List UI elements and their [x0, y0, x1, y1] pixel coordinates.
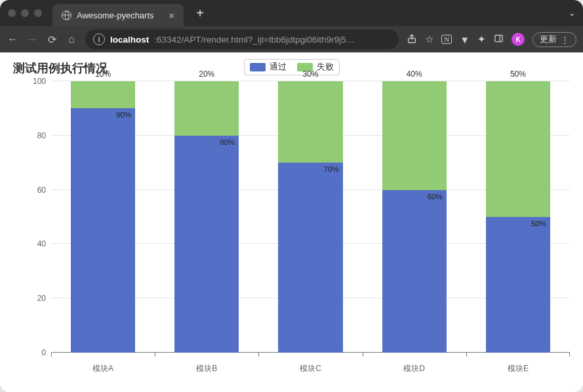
legend-label-fail: 失败 — [317, 62, 334, 73]
new-tab-button[interactable]: + — [191, 6, 209, 21]
chart-legend: 通过 失败 — [244, 59, 340, 75]
bar-seg-fail — [71, 81, 135, 108]
bar-seg-label: 80% — [220, 138, 235, 146]
bar-seg-fail — [382, 81, 447, 190]
share-icon[interactable] — [407, 33, 417, 46]
browser-window: Awesome-pyecharts × + ⌄ ← → ⟳ ⌂ i localh… — [0, 0, 583, 392]
chart-title: 测试用例执行情况 — [13, 60, 108, 76]
reload-button[interactable]: ⟳ — [46, 33, 58, 46]
y-tick-40: 40 — [37, 239, 46, 248]
profile-avatar[interactable]: K — [512, 33, 525, 46]
url-bar[interactable]: i localhost:63342/APT/render.html?_ijt=l… — [85, 29, 399, 49]
traffic-minimize[interactable] — [21, 9, 29, 17]
bar-stack-1: 20% 80% — [174, 81, 239, 353]
bar-seg-label: 60% — [428, 193, 443, 201]
bar-slot: 50% 50% 模块E — [466, 81, 570, 353]
legend-swatch-pass — [250, 63, 266, 71]
bar-slot: 10% 90% 模块A — [51, 81, 155, 353]
bar-top-label: 10% — [95, 69, 111, 79]
bar-seg-pass: 70% — [278, 163, 342, 353]
browser-tab[interactable]: Awesome-pyecharts × — [52, 4, 184, 26]
close-tab-icon[interactable]: × — [169, 10, 174, 21]
bar-top-label: 20% — [199, 69, 214, 79]
bar-top-label: 40% — [407, 69, 422, 79]
traffic-zoom[interactable] — [34, 9, 42, 17]
y-tick-20: 20 — [37, 294, 46, 303]
home-button[interactable]: ⌂ — [66, 33, 77, 45]
bar-slot: 30% 70% 模块C — [258, 81, 362, 353]
bar-stack-3: 40% 60% — [382, 81, 447, 353]
bar-top-label: 30% — [302, 69, 318, 79]
bar-top-label: 50% — [510, 69, 526, 79]
toolbar-right: ☆ N ▼ ✦ K 更新 ⋮ — [407, 32, 576, 47]
y-tick-80: 80 — [37, 131, 46, 140]
legend-label-pass: 通过 — [270, 62, 287, 73]
page-content: 测试用例执行情况 通过 失败 0 20 40 60 — [0, 52, 583, 392]
chart-plot-area: 0 20 40 60 80 100 10% — [51, 81, 570, 353]
y-tick-60: 60 — [37, 186, 46, 195]
bar-seg-fail — [278, 81, 342, 163]
notion-icon[interactable]: N — [441, 35, 452, 44]
bar-stack-0: 10% 90% — [71, 81, 135, 353]
forward-button[interactable]: → — [26, 33, 38, 45]
y-tick-100: 100 — [33, 77, 46, 86]
bar-slot: 20% 80% 模块B — [155, 81, 258, 353]
legend-item-pass[interactable]: 通过 — [250, 62, 287, 73]
titlebar: Awesome-pyecharts × + ⌄ — [0, 0, 583, 26]
extensions-icon[interactable]: ✦ — [477, 33, 486, 45]
back-button[interactable]: ← — [7, 33, 18, 45]
panel-icon[interactable] — [494, 33, 504, 45]
url-path: :63342/APT/render.html?_ijt=lbb6jdtpgi06… — [154, 35, 355, 45]
y-tick-0: 0 — [41, 348, 46, 357]
brave-shield-icon[interactable]: ▼ — [460, 34, 470, 45]
bar-seg-pass: 90% — [71, 108, 135, 353]
bar-seg-label: 90% — [116, 111, 131, 119]
bar-stack-2: 30% 70% — [278, 81, 342, 353]
update-button[interactable]: 更新 ⋮ — [533, 32, 576, 47]
x-tick-label: 模块E — [508, 363, 529, 374]
bar-seg-pass: 80% — [174, 136, 239, 353]
svg-rect-1 — [495, 35, 502, 42]
bar-seg-pass: 50% — [486, 217, 550, 353]
tabs-overflow-icon[interactable]: ⌄ — [569, 9, 575, 18]
bar-seg-fail — [486, 81, 550, 217]
update-label: 更新 — [540, 34, 557, 45]
bar-slot: 40% 60% 模块D — [363, 81, 466, 353]
tab-title: Awesome-pyecharts — [77, 10, 154, 20]
bar-seg-fail — [174, 81, 239, 136]
bar-seg-label: 50% — [531, 220, 546, 227]
url-host: localhost — [110, 35, 149, 45]
bar-seg-label: 70% — [324, 165, 339, 173]
x-tick-label: 模块D — [403, 363, 425, 374]
traffic-close[interactable] — [8, 9, 16, 17]
x-tick-label: 模块C — [300, 363, 321, 374]
traffic-lights — [8, 9, 42, 17]
toolbar: ← → ⟳ ⌂ i localhost:63342/APT/render.htm… — [0, 26, 583, 52]
menu-dots-icon: ⋮ — [561, 35, 569, 45]
bars-container: 10% 90% 模块A 20% 80% — [51, 81, 570, 353]
globe-icon — [62, 10, 71, 20]
bar-stack-4: 50% 50% — [486, 81, 550, 353]
x-tick-label: 模块B — [196, 363, 217, 374]
site-info-icon[interactable]: i — [93, 33, 105, 45]
bar-seg-pass: 60% — [382, 190, 447, 353]
bookmark-star-icon[interactable]: ☆ — [425, 33, 433, 45]
x-tick-label: 模块A — [92, 363, 113, 374]
